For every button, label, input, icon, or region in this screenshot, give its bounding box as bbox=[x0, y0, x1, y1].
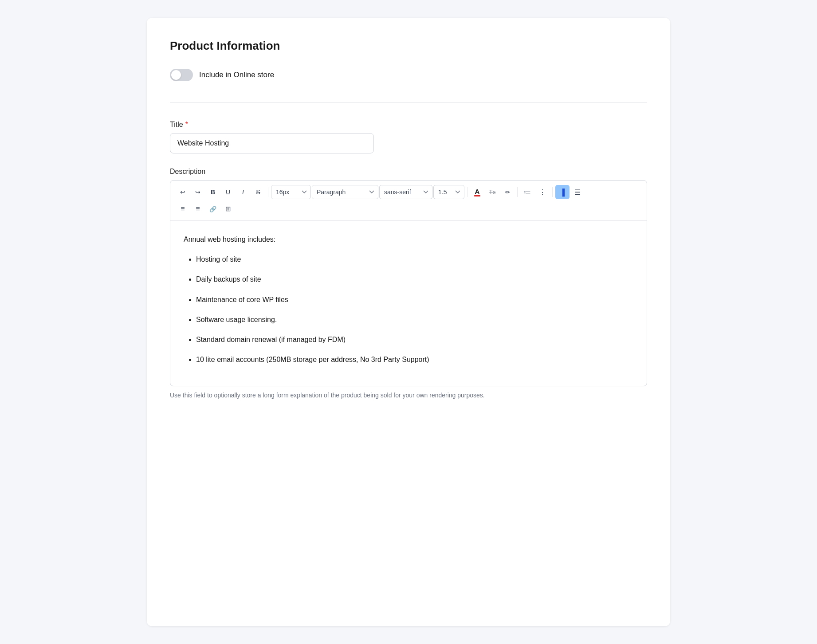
list-item: Standard domain renewal (if managed by F… bbox=[196, 334, 633, 346]
strikethrough-button[interactable]: S bbox=[251, 185, 265, 199]
underline-button[interactable]: U bbox=[221, 185, 235, 199]
required-indicator: * bbox=[185, 121, 188, 129]
toolbar-separator-1 bbox=[268, 187, 268, 197]
product-information-card: Product Information Include in Online st… bbox=[147, 18, 670, 626]
description-helper-text: Use this field to optionally store a lon… bbox=[170, 392, 647, 399]
editor-content-area[interactable]: Annual web hosting includes: Hosting of … bbox=[170, 221, 647, 386]
description-label: Description bbox=[170, 168, 647, 176]
font-family-select[interactable]: sans-serif serif monospace bbox=[379, 185, 432, 199]
align-justify-button[interactable]: ☰ bbox=[570, 185, 585, 199]
text-color-button[interactable]: A bbox=[470, 185, 484, 199]
section-divider bbox=[170, 102, 647, 103]
bold-button[interactable]: B bbox=[206, 185, 220, 199]
unordered-list-button[interactable]: ≔ bbox=[520, 185, 534, 199]
list-item: Daily backups of site bbox=[196, 273, 633, 285]
insert-table-button[interactable]: ⊞ bbox=[221, 202, 235, 216]
toolbar-separator-4 bbox=[552, 187, 553, 197]
toolbar-separator-3 bbox=[517, 187, 518, 197]
clear-format-button[interactable]: Tx bbox=[485, 185, 499, 199]
editor-intro: Annual web hosting includes: bbox=[184, 233, 633, 245]
toolbar-row-1: ↩ ↪ B U I S 16px 12px 14px 18px 24px 32p… bbox=[176, 185, 641, 199]
align-center-button[interactable]: ≡ bbox=[191, 202, 205, 216]
undo-button[interactable]: ↩ bbox=[176, 185, 190, 199]
ordered-list-button[interactable]: ⋮ bbox=[535, 185, 550, 199]
list-item: Maintenance of core WP files bbox=[196, 294, 633, 306]
italic-button[interactable]: I bbox=[236, 185, 250, 199]
insert-link-button[interactable]: 🔗 bbox=[206, 202, 220, 216]
toolbar-row-2: ≡ ≡ 🔗 ⊞ bbox=[176, 202, 641, 216]
highlight-button[interactable]: ✏ bbox=[500, 185, 515, 199]
list-item: Hosting of site bbox=[196, 253, 633, 265]
list-item: Software usage licensing. bbox=[196, 314, 633, 326]
font-size-select[interactable]: 16px 12px 14px 18px 24px 32px bbox=[271, 185, 311, 199]
title-label: Title * bbox=[170, 121, 647, 129]
description-editor: ↩ ↪ B U I S 16px 12px 14px 18px 24px 32p… bbox=[170, 180, 647, 386]
description-field-section: Description ↩ ↪ B U I S 16px 12px 14px 1… bbox=[170, 168, 647, 399]
list-item: 10 lite email accounts (250MB storage pe… bbox=[196, 353, 633, 365]
editor-list: Hosting of site Daily backups of site Ma… bbox=[184, 253, 633, 365]
line-height-select[interactable]: 1.5 1.0 1.2 2.0 bbox=[433, 185, 464, 199]
redo-button[interactable]: ↪ bbox=[191, 185, 205, 199]
toolbar-separator-2 bbox=[467, 187, 467, 197]
align-left-button[interactable]: ≡ bbox=[176, 202, 190, 216]
online-store-label: Include in Online store bbox=[199, 71, 274, 79]
title-input[interactable] bbox=[170, 133, 374, 153]
page-title: Product Information bbox=[170, 39, 647, 53]
title-field-section: Title * bbox=[170, 121, 647, 153]
align-right-button[interactable]: ▐ bbox=[555, 185, 570, 199]
online-store-toggle[interactable] bbox=[170, 69, 193, 81]
online-store-toggle-row: Include in Online store bbox=[170, 69, 647, 81]
paragraph-style-select[interactable]: Paragraph Heading 1 Heading 2 Heading 3 bbox=[312, 185, 378, 199]
editor-toolbar: ↩ ↪ B U I S 16px 12px 14px 18px 24px 32p… bbox=[170, 181, 647, 221]
